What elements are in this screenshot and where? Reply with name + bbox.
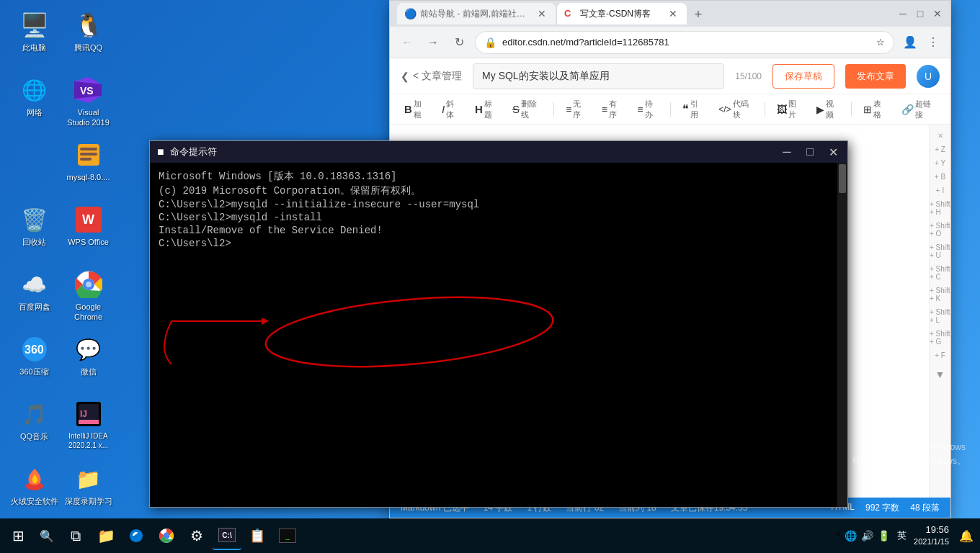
cmd-minimize[interactable]: ─ bbox=[780, 145, 794, 159]
cmd-title-text: 命令提示符 bbox=[170, 145, 774, 158]
tab2-favicon: C bbox=[564, 8, 576, 19]
system-clock[interactable]: 19:56 2021/1/15 bbox=[914, 523, 949, 548]
icon-baidu[interactable]: ☁️ 百度网盘 bbox=[7, 270, 61, 335]
icon-wechat[interactable]: 💬 微信 bbox=[61, 335, 115, 400]
icon-mysql[interactable]: mysql-8.0.... bbox=[61, 140, 115, 205]
ssl-icon: 🔒 bbox=[484, 37, 496, 48]
icon-chrome[interactable]: GoogleChrome bbox=[61, 270, 115, 335]
icon-recycle[interactable]: 🗑️ 回收站 bbox=[7, 205, 61, 270]
word-count: 15/100 bbox=[735, 71, 762, 81]
shortcut-y: + Y bbox=[935, 159, 945, 167]
taskbar-edge[interactable] bbox=[122, 521, 151, 550]
search-button[interactable]: 🔍 bbox=[34, 523, 60, 549]
new-tab-button[interactable]: + bbox=[688, 4, 708, 24]
tray-battery-icon[interactable]: 🔋 bbox=[878, 530, 890, 541]
tray-network-icon[interactable]: 🌐 bbox=[845, 530, 857, 541]
taskbar-chrome[interactable] bbox=[152, 521, 181, 550]
icon-network[interactable]: 🌐 网络 bbox=[7, 76, 61, 140]
image-button[interactable]: 🖼 图片 bbox=[771, 98, 808, 121]
article-management-link[interactable]: ❮ < 文章管理 bbox=[401, 70, 462, 83]
shortcut-z: + Z bbox=[935, 145, 945, 153]
tray-expand[interactable]: ^ bbox=[835, 530, 840, 541]
taskbar-settings[interactable]: ⚙ bbox=[182, 521, 211, 550]
heading-button[interactable]: H 标题 bbox=[469, 98, 504, 121]
cmd-window: ■ 命令提示符 ─ □ ✕ Microsoft Windows [版本 10.0… bbox=[149, 140, 848, 508]
shortcut-sg: + Shift + G bbox=[930, 330, 950, 346]
sidebar-close[interactable]: ✕ bbox=[937, 132, 943, 140]
star-icon[interactable]: ☆ bbox=[876, 37, 885, 48]
shortcut-sh: + Shift + H bbox=[930, 200, 950, 216]
system-tray: 英 bbox=[891, 529, 912, 542]
refresh-button[interactable]: ↻ bbox=[449, 32, 469, 53]
icon-qq[interactable]: 🐧 腾讯QQ bbox=[61, 11, 115, 76]
close-button[interactable]: ✕ bbox=[932, 8, 943, 19]
unordered-list-button[interactable]: ≡ 无序 bbox=[560, 98, 593, 121]
save-draft-button[interactable]: 保存草稿 bbox=[772, 64, 834, 89]
publish-button[interactable]: 发布文章 bbox=[845, 64, 906, 89]
cmd-scrollbar[interactable] bbox=[837, 163, 847, 507]
status-total-chars: 992 字数 bbox=[865, 502, 899, 514]
svg-rect-5 bbox=[80, 153, 97, 156]
article-title-input[interactable] bbox=[473, 63, 724, 89]
shortcut-so: + Shift + O bbox=[930, 222, 950, 238]
sidebar-arrow-down[interactable]: ▼ bbox=[935, 369, 945, 380]
user-avatar[interactable]: U bbox=[917, 65, 940, 88]
shortcut-sl: + Shift + L bbox=[930, 308, 950, 324]
shortcut-i: + I bbox=[936, 186, 944, 194]
maximize-button[interactable]: □ bbox=[914, 8, 926, 19]
icon-vs[interactable]: VS VisualStudio 2019 bbox=[61, 76, 115, 140]
video-button[interactable]: ▶ 视频 bbox=[811, 98, 845, 121]
strikethrough-button[interactable]: S 删除线 bbox=[507, 98, 548, 121]
svg-text:IJ: IJ bbox=[80, 409, 87, 419]
icon-deepin[interactable]: 📁 深度录期学习 bbox=[61, 464, 115, 518]
todo-button[interactable]: ≡ 待办 bbox=[631, 98, 664, 121]
start-button[interactable]: ⊞ bbox=[4, 521, 32, 550]
icon-pc[interactable]: 🖥️ 此电脑 bbox=[7, 11, 61, 76]
tab1-close[interactable]: ✕ bbox=[535, 7, 548, 20]
icon-wps[interactable]: W WPS Office bbox=[61, 205, 115, 270]
italic-button[interactable]: I 斜体 bbox=[436, 98, 466, 121]
quote-button[interactable]: ❝ 引用 bbox=[677, 98, 710, 121]
tray-volume-icon[interactable]: 🔊 bbox=[861, 530, 873, 541]
menu-button[interactable]: ⋮ bbox=[923, 32, 943, 53]
table-button[interactable]: ⊞ 表格 bbox=[858, 98, 893, 121]
account-button[interactable]: 👤 bbox=[900, 32, 920, 53]
tab1-favicon: 🔵 bbox=[404, 8, 416, 19]
link-button[interactable]: 🔗 超链接 bbox=[896, 98, 942, 121]
cmd-line-6: C:\Users\l2>mysqld -install bbox=[159, 212, 839, 223]
taskbar-unknown[interactable]: 📋 bbox=[243, 521, 272, 550]
icon-qqmusic[interactable]: 🎵 QQ音乐 bbox=[7, 400, 61, 464]
ordered-list-button[interactable]: ≡ 有序 bbox=[596, 98, 629, 121]
cmd-close[interactable]: ✕ bbox=[826, 145, 840, 159]
cmd-line-2: (c) 2019 Microsoft Corporation。保留所有权利。 bbox=[159, 184, 839, 197]
tray-icons: ^ 🌐 🔊 🔋 bbox=[835, 530, 890, 541]
tab2-close[interactable]: ✕ bbox=[667, 7, 680, 20]
status-sections: 48 段落 bbox=[910, 502, 940, 514]
forward-button[interactable]: → bbox=[423, 32, 443, 53]
desktop: 🖥️ 此电脑 🐧 腾讯QQ 🌐 网络 VS VisualStudio 2019 bbox=[0, 0, 980, 518]
browser-toolbar: ← → ↻ 🔒 editor.csdn.net/md?articleId=112… bbox=[390, 27, 950, 58]
ime-indicator[interactable]: 英 bbox=[897, 529, 906, 542]
tab-2[interactable]: C 写文章-CSDN博客 ✕ bbox=[557, 3, 687, 24]
minimize-button[interactable]: ─ bbox=[897, 8, 909, 19]
toolbar-sep-2 bbox=[670, 102, 671, 117]
taskbar-file-explorer[interactable]: 📁 bbox=[92, 521, 120, 550]
code-block-button[interactable]: </> 代码块 bbox=[713, 98, 759, 121]
taskbar-task-view[interactable]: ⧉ bbox=[61, 521, 90, 550]
tab-1[interactable]: 🔵 前站导航 - 前端网,前端社区,搜索... ✕ bbox=[397, 3, 556, 24]
svg-point-19 bbox=[263, 287, 556, 377]
svg-rect-6 bbox=[80, 158, 92, 161]
notification-center[interactable]: 🔔 bbox=[956, 526, 976, 546]
back-button[interactable]: ← bbox=[397, 32, 417, 53]
cmd-maximize[interactable]: □ bbox=[803, 145, 817, 159]
icon-fire[interactable]: 火绒安全软件 bbox=[7, 464, 61, 518]
address-bar[interactable]: 🔒 editor.csdn.net/md?articleId=112685781… bbox=[475, 31, 894, 54]
icon-360[interactable]: 360 360压缩 bbox=[7, 335, 61, 400]
taskbar-cmd[interactable]: C:\ bbox=[213, 521, 241, 550]
tab2-title: 写文章-CSDN博客 bbox=[580, 8, 662, 20]
shortcut-sc: + Shift + C bbox=[930, 265, 950, 281]
bold-button[interactable]: B 加粗 bbox=[398, 98, 433, 121]
icon-idea[interactable]: IJ IntelliJ IDEA2020.2.1 x... bbox=[61, 400, 115, 464]
svg-text:360: 360 bbox=[24, 343, 44, 356]
taskbar-terminal[interactable]: _ bbox=[273, 521, 302, 550]
